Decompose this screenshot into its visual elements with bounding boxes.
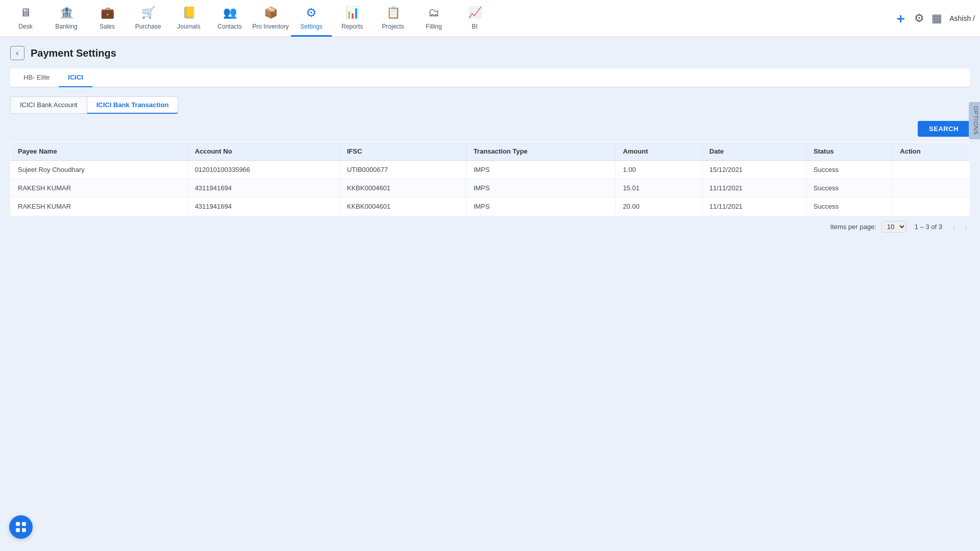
table-body: Sujeet Roy Choudhary012010100335966UTIB0…	[11, 161, 970, 216]
svg-rect-2	[16, 528, 20, 532]
nav-items: Desk Banking Sales Purchase Journals Con…	[5, 0, 894, 37]
nav-item-settings[interactable]: Settings	[291, 0, 332, 37]
next-page-button[interactable]: ›	[963, 222, 970, 232]
sub-tab-account[interactable]: ICICI Bank Account	[10, 96, 87, 114]
add-button[interactable]: ＋	[894, 12, 907, 25]
table-header: Payee NameAccount NoIFSCTransaction Type…	[11, 142, 970, 161]
banking-icon	[58, 5, 75, 21]
cell-action	[893, 161, 970, 179]
items-per-page-select[interactable]: 10 25 50	[881, 221, 906, 233]
top-nav: Desk Banking Sales Purchase Journals Con…	[0, 0, 980, 37]
cell-ifsc: KKBK0004601	[339, 197, 466, 216]
col-header-account_no: Account No	[187, 142, 339, 161]
cell-amount: 1.00	[616, 161, 702, 179]
nav-label-purchase: Purchase	[135, 23, 161, 30]
grid-icon[interactable]: ▦	[932, 12, 942, 25]
cell-transaction_type: IMPS	[466, 179, 616, 197]
sales-icon	[99, 5, 115, 21]
cell-account_no: 012010100335966	[187, 161, 339, 179]
nav-item-projects[interactable]: Projects	[373, 0, 413, 37]
col-header-date: Date	[702, 142, 806, 161]
cell-account_no: 4311941694	[187, 179, 339, 197]
col-header-transaction_type: Transaction Type	[466, 142, 616, 161]
nav-item-desk[interactable]: Desk	[5, 0, 46, 37]
svg-rect-1	[22, 522, 26, 526]
page-title: Payment Settings	[31, 47, 116, 59]
nav-label-reports: Reports	[341, 23, 363, 30]
nav-label-journals: Journals	[177, 23, 200, 30]
projects-icon	[385, 5, 401, 21]
nav-item-filling[interactable]: Filling	[413, 0, 454, 37]
page-range: 1 – 3 of 3	[915, 223, 942, 231]
bi-icon	[467, 5, 483, 21]
search-button[interactable]: SEARCH	[918, 121, 970, 137]
nav-label-banking: Banking	[55, 23, 77, 30]
cell-action	[893, 197, 970, 216]
cell-payee_name: Sujeet Roy Choudhary	[11, 161, 188, 179]
cell-action	[893, 179, 970, 197]
cell-transaction_type: IMPS	[466, 197, 616, 216]
transactions-table: Payee NameAccount NoIFSCTransaction Type…	[10, 142, 970, 216]
items-per-page-label: Items per page:	[830, 223, 876, 231]
search-row: SEARCH	[10, 121, 970, 137]
nav-item-banking[interactable]: Banking	[46, 0, 87, 37]
col-header-ifsc: IFSC	[339, 142, 466, 161]
reports-icon	[344, 5, 360, 21]
pagination-row: Items per page: 10 25 50 1 – 3 of 3 ‹ ›	[10, 221, 970, 233]
journals-icon	[181, 5, 197, 21]
settings-icon	[303, 5, 320, 21]
cell-date: 15/12/2021	[702, 161, 806, 179]
table-row: RAKESH KUMAR4311941694KKBK0004601IMPS15.…	[11, 179, 970, 197]
nav-label-sales: Sales	[100, 23, 115, 30]
grid-icon	[14, 520, 28, 534]
main-content: ‹ Payment Settings HB- EliteICICI ICICI …	[0, 37, 980, 242]
nav-item-reports[interactable]: Reports	[332, 0, 373, 37]
nav-label-desk: Desk	[18, 23, 32, 30]
cell-transaction_type: IMPS	[466, 161, 616, 179]
bank-tabs: HB- EliteICICI	[10, 68, 970, 87]
nav-item-purchase[interactable]: Purchase	[128, 0, 168, 37]
table-row: RAKESH KUMAR4311941694KKBK0004601IMPS20.…	[11, 197, 970, 216]
nav-label-settings: Settings	[300, 23, 322, 30]
cell-amount: 15.01	[616, 179, 702, 197]
cell-payee_name: RAKESH KUMAR	[11, 179, 188, 197]
cell-status: Success	[806, 179, 892, 197]
proinventory-icon	[262, 5, 279, 21]
cell-date: 11/11/2021	[702, 179, 806, 197]
nav-item-bi[interactable]: BI	[454, 0, 495, 37]
prev-page-button[interactable]: ‹	[950, 222, 958, 232]
user-menu[interactable]: Ashish /	[949, 14, 975, 22]
cell-status: Success	[806, 161, 892, 179]
page-header: ‹ Payment Settings	[10, 46, 970, 60]
nav-label-proinventory: Pro Inventory	[252, 23, 288, 30]
back-button[interactable]: ‹	[10, 46, 24, 60]
col-header-payee_name: Payee Name	[11, 142, 188, 161]
nav-right: ＋ ⚙ ▦ Ashish /	[894, 12, 975, 25]
desk-icon	[17, 5, 34, 21]
sub-tab-transaction[interactable]: ICICI Bank Transaction	[87, 96, 179, 114]
nav-label-filling: Filling	[426, 23, 442, 30]
options-sidebar[interactable]: OPTIONS	[969, 102, 980, 139]
cell-account_no: 4311941694	[187, 197, 339, 216]
cell-amount: 20.00	[616, 197, 702, 216]
filling-icon	[426, 5, 442, 21]
svg-rect-0	[16, 522, 20, 526]
svg-rect-3	[22, 528, 26, 532]
nav-label-projects: Projects	[382, 23, 404, 30]
nav-item-journals[interactable]: Journals	[168, 0, 209, 37]
bank-tab-icici[interactable]: ICICI	[59, 68, 92, 87]
cell-ifsc: KKBK0004601	[339, 179, 466, 197]
bottom-grid-button[interactable]	[9, 515, 33, 539]
cell-ifsc: UTIB0000677	[339, 161, 466, 179]
cell-status: Success	[806, 197, 892, 216]
col-header-status: Status	[806, 142, 892, 161]
table-row: Sujeet Roy Choudhary012010100335966UTIB0…	[11, 161, 970, 179]
col-header-amount: Amount	[616, 142, 702, 161]
nav-item-sales[interactable]: Sales	[87, 0, 128, 37]
settings-icon[interactable]: ⚙	[914, 12, 924, 25]
nav-item-contacts[interactable]: Contacts	[209, 0, 250, 37]
bank-tab-hb-elite[interactable]: HB- Elite	[14, 68, 59, 87]
contacts-icon	[222, 5, 238, 21]
nav-item-proinventory[interactable]: Pro Inventory	[250, 0, 291, 37]
col-header-action: Action	[893, 142, 970, 161]
